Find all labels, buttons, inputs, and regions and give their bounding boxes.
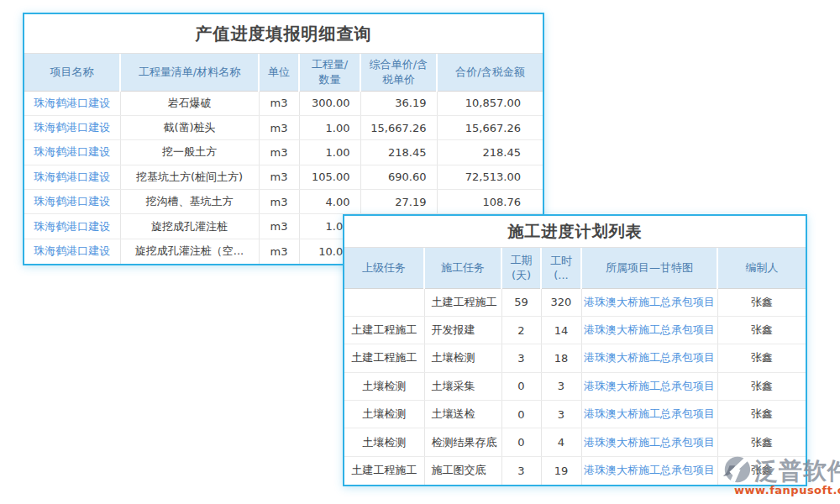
hours-cell: 14 <box>541 316 581 344</box>
table-row: 珠海鹤港口建设 挖一般土方 m3 1.00 218.45 218.45 <box>24 140 543 165</box>
unit-price-cell: 27.19 <box>360 190 437 214</box>
col-header-unit: 单位 <box>259 54 299 91</box>
parent-task-cell: 土建工程施工 <box>344 316 424 344</box>
boq-name-cell: 岩石爆破 <box>120 91 259 115</box>
boq-name-cell: 挖基坑土方(桩间土方) <box>120 165 259 189</box>
unit-cell: m3 <box>259 140 299 165</box>
col-header-total-amount: 合价/含税金额 <box>437 54 543 91</box>
gantt-link[interactable]: 港珠澳大桥施工总承包项目 <box>581 288 717 316</box>
col-header-construction-task: 施工任务 <box>424 248 501 288</box>
unit-cell: m3 <box>259 91 299 115</box>
schedule-plan-title: 施工进度计划列表 <box>344 216 806 248</box>
duration-cell: 3 <box>501 344 541 372</box>
unit-price-cell: 690.60 <box>360 165 437 189</box>
col-header-project-gantt: 所属项目—甘特图 <box>581 248 717 288</box>
compiler-cell: 张鑫 <box>717 344 806 372</box>
unit-price-cell: 36.19 <box>360 91 437 115</box>
amount-cell: 108.76 <box>437 190 543 214</box>
quantity-cell: 4.00 <box>299 190 360 214</box>
unit-cell: m3 <box>259 190 299 214</box>
duration-cell: 0 <box>501 428 541 456</box>
compiler-cell: 张鑫 <box>717 288 806 316</box>
task-cell: 检测结果存底 <box>424 428 501 456</box>
project-link[interactable]: 珠海鹤港口建设 <box>24 91 120 115</box>
duration-cell: 2 <box>501 316 541 344</box>
parent-task-cell: 土壤检测 <box>344 428 424 456</box>
duration-cell: 0 <box>501 401 541 428</box>
table-row: 土建工程施工 施工图交底 3 19 港珠澳大桥施工总承包项目 张鑫 <box>344 456 806 484</box>
schedule-plan-table: 上级任务 施工任务 工期 (天) 工时 (... 所属项目—甘特图 编制人 土建… <box>344 248 806 485</box>
gantt-link[interactable]: 港珠澳大桥施工总承包项目 <box>581 344 717 372</box>
task-cell: 开发报建 <box>424 316 501 344</box>
header-row: 项目名称 工程量清单/材料名称 单位 工程量/ 数量 综合单价/含 税单价 合价… <box>24 54 543 91</box>
duration-cell: 3 <box>501 456 541 484</box>
parent-task-cell: 土建工程施工 <box>344 456 424 484</box>
quantity-cell: 1.00 <box>299 115 360 139</box>
boq-name-cell: 旋挖成孔灌注桩 <box>120 214 259 239</box>
col-header-project: 项目名称 <box>24 54 120 91</box>
project-link[interactable]: 珠海鹤港口建设 <box>24 239 120 263</box>
quantity-cell: 1.00 <box>299 140 360 165</box>
hours-cell: 18 <box>541 344 581 372</box>
hours-cell: 3 <box>541 372 581 400</box>
unit-cell: m3 <box>259 115 299 139</box>
boq-name-cell: 截(凿)桩头 <box>120 115 259 139</box>
col-header-work-hours: 工时 (... <box>541 248 581 288</box>
gantt-link[interactable]: 港珠澳大桥施工总承包项目 <box>581 428 717 456</box>
compiler-cell: 张鑫 <box>717 372 806 400</box>
project-link[interactable]: 珠海鹤港口建设 <box>24 140 120 165</box>
table-row: 土壤检测 土壤采集 0 3 港珠澳大桥施工总承包项目 张鑫 <box>344 372 806 400</box>
unit-cell: m3 <box>259 239 299 263</box>
table-row: 土建工程施工 土壤检测 3 18 港珠澳大桥施工总承包项目 张鑫 <box>344 344 806 372</box>
table-row: 土建工程施工 开发报建 2 14 港珠澳大桥施工总承包项目 张鑫 <box>344 316 806 344</box>
col-header-compiler: 编制人 <box>717 248 806 288</box>
header-row: 上级任务 施工任务 工期 (天) 工时 (... 所属项目—甘特图 编制人 <box>344 248 806 288</box>
table-row: 土建工程施工 59 320 港珠澳大桥施工总承包项目 张鑫 <box>344 288 806 316</box>
project-link[interactable]: 珠海鹤港口建设 <box>24 190 120 214</box>
col-header-boq-material: 工程量清单/材料名称 <box>120 54 259 91</box>
compiler-cell: 张鑫 <box>717 316 806 344</box>
boq-name-cell: 旋挖成孔灌注桩（空... <box>120 239 259 263</box>
table-row: 珠海鹤港口建设 岩石爆破 m3 300.00 36.19 10,857.00 <box>24 91 543 115</box>
task-cell: 土壤检测 <box>424 344 501 372</box>
table-row: 珠海鹤港口建设 挖基坑土方(桩间土方) m3 105.00 690.60 72,… <box>24 165 543 189</box>
table-row: 土壤检测 检测结果存底 0 4 港珠澳大桥施工总承包项目 张鑫 <box>344 428 806 456</box>
quantity-cell: 105.00 <box>299 165 360 189</box>
parent-task-cell: 土壤检测 <box>344 401 424 428</box>
duration-cell: 59 <box>501 288 541 316</box>
project-link[interactable]: 珠海鹤港口建设 <box>24 165 120 189</box>
compiler-cell: 张鑫 <box>717 401 806 428</box>
hours-cell: 320 <box>541 288 581 316</box>
parent-task-cell: 土壤检测 <box>344 372 424 400</box>
hours-cell: 3 <box>541 401 581 428</box>
table-row: 珠海鹤港口建设 截(凿)桩头 m3 1.00 15,667.26 15,667.… <box>24 115 543 139</box>
compiler-cell: 张鑫 <box>717 456 806 484</box>
amount-cell: 218.45 <box>437 140 543 165</box>
gantt-link[interactable]: 港珠澳大桥施工总承包项目 <box>581 401 717 428</box>
compiler-cell: 张鑫 <box>717 428 806 456</box>
quantity-cell: 300.00 <box>299 91 360 115</box>
amount-cell: 15,667.26 <box>437 115 543 139</box>
unit-cell: m3 <box>259 214 299 239</box>
project-link[interactable]: 珠海鹤港口建设 <box>24 214 120 239</box>
col-header-parent-task: 上级任务 <box>344 248 424 288</box>
table-row: 土壤检测 土壤送检 0 3 港珠澳大桥施工总承包项目 张鑫 <box>344 401 806 428</box>
amount-cell: 10,857.00 <box>437 91 543 115</box>
col-header-duration-days: 工期 (天) <box>501 248 541 288</box>
task-cell: 土建工程施工 <box>424 288 501 316</box>
unit-price-cell: 218.45 <box>360 140 437 165</box>
col-header-unit-price: 综合单价/含 税单价 <box>360 54 437 91</box>
gantt-link[interactable]: 港珠澳大桥施工总承包项目 <box>581 456 717 484</box>
project-link[interactable]: 珠海鹤港口建设 <box>24 115 120 139</box>
schedule-plan-panel: 施工进度计划列表 上级任务 施工任务 工期 (天) 工时 (... 所属项目—甘… <box>343 214 807 486</box>
table-row: 珠海鹤港口建设 挖沟槽、基坑土方 m3 4.00 27.19 108.76 <box>24 190 543 214</box>
parent-task-cell: 土建工程施工 <box>344 344 424 372</box>
hours-cell: 19 <box>541 456 581 484</box>
amount-cell: 72,513.00 <box>437 165 543 189</box>
task-cell: 土壤送检 <box>424 401 501 428</box>
boq-name-cell: 挖沟槽、基坑土方 <box>120 190 259 214</box>
gantt-link[interactable]: 港珠澳大桥施工总承包项目 <box>581 316 717 344</box>
output-value-detail-title: 产值进度填报明细查询 <box>24 14 543 54</box>
parent-task-cell <box>344 288 424 316</box>
gantt-link[interactable]: 港珠澳大桥施工总承包项目 <box>581 372 717 400</box>
